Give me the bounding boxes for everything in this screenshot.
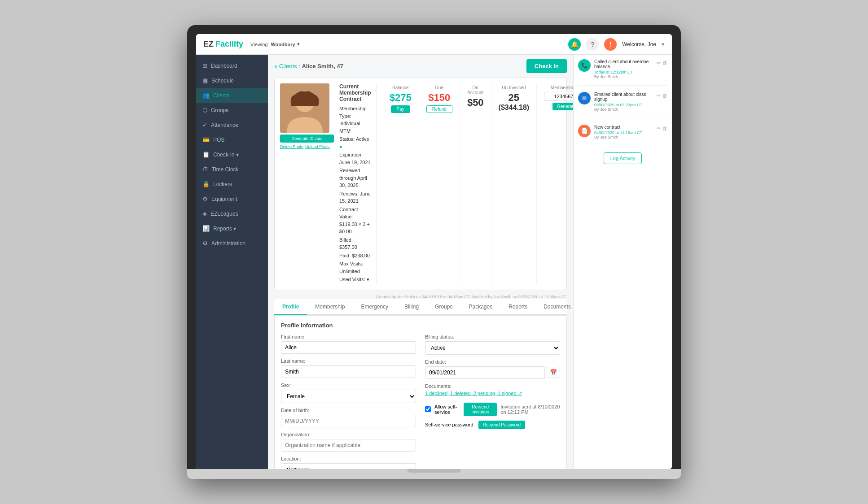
sidebar-item-checkin[interactable]: 📋 Check-in ▾ (196, 147, 268, 162)
org-input[interactable] (281, 439, 416, 452)
membership-no-input[interactable] (544, 92, 573, 101)
sidebar-item-groups[interactable]: ⬡ Groups (196, 103, 268, 117)
first-name-group: First name: (281, 334, 416, 354)
billing-status-select[interactable]: Active Inactive (425, 341, 560, 355)
sidebar-item-label: POS (213, 137, 224, 143)
activity-time-1: 08/01/2020 at 03:23pm CT (594, 103, 653, 107)
location-select[interactable]: Bethpage Woodbury Other (281, 463, 416, 469)
sidebar-item-label: Administration (211, 240, 245, 247)
tab-packages[interactable]: Packages (460, 299, 500, 315)
help-icon[interactable]: ? (586, 38, 599, 51)
tab-profile[interactable]: Profile (274, 299, 307, 315)
allow-self-service-label: Allow self-service (434, 404, 460, 415)
ezleagues-icon: ◈ (202, 210, 207, 217)
delete-activity-0[interactable]: 🗑 (662, 60, 667, 65)
checkin-button[interactable]: Check In (526, 59, 567, 73)
refund-button[interactable]: Refund (426, 105, 452, 113)
resend-password-button[interactable]: Re-send Password (478, 421, 525, 429)
calendar-icon[interactable]: 📅 (547, 367, 560, 378)
activity-text-1: Emailed client about class signup 08/01/… (594, 92, 653, 112)
log-activity-button[interactable]: Log Activity (604, 152, 642, 164)
generate-id-button[interactable]: Generate ID card (280, 135, 334, 143)
alerts-icon[interactable]: ! (604, 38, 617, 51)
clients-link[interactable]: « Clients (274, 63, 297, 70)
checkin-icon: 📋 (202, 151, 210, 158)
documents-link[interactable]: 1 declined, 1 deleted, 2 pending, 1 sign… (425, 391, 560, 396)
tab-reports[interactable]: Reports (500, 299, 535, 315)
generate-button[interactable]: Generate (552, 103, 573, 110)
delete-activity-1[interactable]: 🗑 (662, 93, 667, 98)
last-name-label: Last name: (281, 358, 416, 364)
sidebar-item-label: Clients (213, 92, 230, 99)
sex-select[interactable]: Female Male Other (281, 390, 416, 403)
dob-input[interactable] (281, 415, 416, 427)
membership-contract-value: Contract Value: $119.00 × 3 + $0.00 (339, 206, 371, 235)
breadcrumb: « Clients : Alice Smith, 47 (274, 63, 343, 70)
sidebar-item-reports[interactable]: 📊 Reports ▾ (196, 221, 268, 236)
edit-activity-2[interactable]: ✏ (657, 126, 661, 131)
end-date-row: 📅 (425, 366, 560, 379)
tab-documents[interactable]: Documents (535, 299, 573, 315)
tab-membership[interactable]: Membership (307, 299, 353, 315)
location-group: Location: Bethpage Woodbury Other (281, 456, 416, 469)
membership-renews: Renews: June 15, 2021 (339, 190, 371, 205)
membership-used-visits[interactable]: Used Visits: ▾ (339, 276, 371, 283)
brand-ez: EZ (203, 39, 214, 49)
delete-activity-2[interactable]: 🗑 (662, 126, 667, 131)
self-service-password-label: Self-service password: (425, 422, 475, 427)
password-group: Self-service password: Re-send Password (425, 421, 560, 429)
sidebar-item-clients[interactable]: 👥 Clients (196, 88, 268, 103)
tab-groups[interactable]: Groups (427, 299, 460, 315)
upload-photo-button[interactable]: Upload Photo (305, 144, 330, 149)
end-date-input[interactable] (425, 366, 545, 379)
administration-icon: ⚙ (202, 240, 208, 247)
dob-group: Date of birth: (281, 408, 416, 427)
self-service-row: Allow self-service Re-send Invitation In… (425, 403, 560, 416)
activity-title-1: Emailed client about class signup (594, 92, 653, 102)
activity-item-2: 📄 New contract 04/02/2020 at 11:16am CT … (578, 125, 667, 146)
activity-item-1: ✉ Emailed client about class signup 08/0… (578, 92, 667, 118)
first-name-label: First name: (281, 334, 416, 339)
activity-time-0: Today at 12:12pm CT (594, 70, 653, 74)
sidebar-item-administration[interactable]: ⚙ Administration (196, 236, 268, 251)
member-card: Generate ID card Delete Photo Upload Pho… (274, 78, 567, 290)
membership-paid: Paid: $238.00 (339, 252, 371, 260)
clients-icon: 👥 (202, 92, 210, 99)
sidebar-item-label: Lockers (213, 181, 232, 187)
equipment-icon: ⚙ (202, 196, 208, 202)
sidebar-item-lockers[interactable]: 🔒 Lockers (196, 177, 268, 191)
un-invoiced-value: 25 (499, 92, 530, 104)
sidebar: ⊞ Dashboard ▦ Schedule 👥 Clients ⬡ Group… (196, 55, 268, 469)
sidebar-item-attendance[interactable]: ✓ Attendance (196, 117, 268, 132)
activity-by-2: By Joe Smith (594, 135, 653, 139)
tab-emergency[interactable]: Emergency (353, 299, 396, 315)
sidebar-item-equipment[interactable]: ⚙ Equipment (196, 191, 268, 206)
balance-label: Balance (390, 85, 412, 90)
first-name-input[interactable] (281, 341, 416, 354)
member-photo (280, 83, 329, 133)
activity-panel: 📞 Called client about overdue balance. T… (573, 55, 672, 469)
groups-icon: ⬡ (202, 107, 207, 113)
membership-no-section: Membership No Generate (537, 83, 573, 284)
edit-activity-1[interactable]: ✏ (657, 93, 661, 99)
pay-button[interactable]: Pay (391, 105, 410, 113)
org-group: Organization: (281, 432, 416, 452)
last-name-input[interactable] (281, 365, 416, 378)
membership-contract-title: Current Membership Contract (339, 83, 371, 102)
activity-icon-email: ✉ (578, 92, 591, 104)
resend-invitation-button[interactable]: Re-send Invitation (464, 403, 497, 416)
sidebar-item-schedule[interactable]: ▦ Schedule (196, 73, 268, 88)
sidebar-item-ezleagues[interactable]: ◈ EZLeagues (196, 206, 268, 221)
edit-activity-0[interactable]: ✏ (657, 60, 661, 66)
photo-section: Generate ID card Delete Photo Upload Pho… (280, 83, 334, 284)
dashboard-icon: ⊞ (202, 62, 207, 69)
tab-billing[interactable]: Billing (396, 299, 427, 315)
sidebar-item-pos[interactable]: 💳 POS (196, 132, 268, 147)
notifications-icon[interactable]: 🔔 (568, 38, 581, 51)
sidebar-item-dashboard[interactable]: ⊞ Dashboard (196, 58, 268, 73)
delete-photo-button[interactable]: Delete Photo (280, 144, 303, 149)
brand-logo: EZ Facility (203, 39, 243, 49)
allow-self-service-checkbox[interactable] (425, 406, 431, 412)
sidebar-item-timeclock[interactable]: ⏱ Time Clock (196, 162, 268, 177)
membership-info: Current Membership Contract Membership T… (339, 83, 371, 284)
